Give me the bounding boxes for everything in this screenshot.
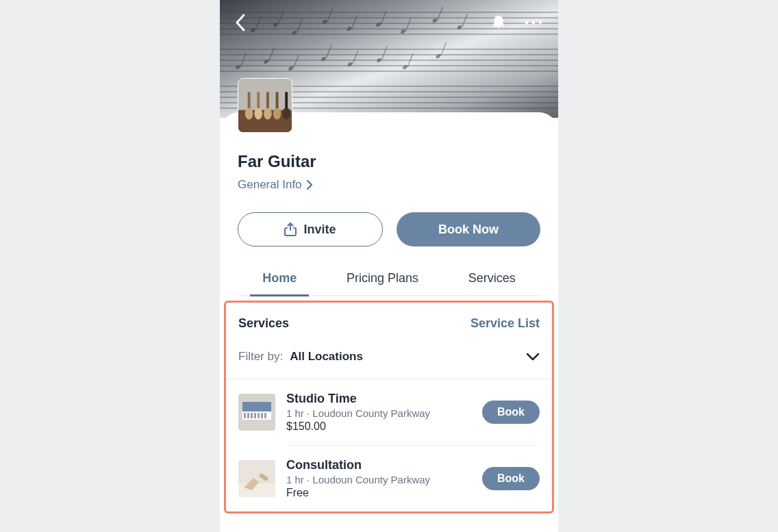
share-icon bbox=[284, 223, 297, 236]
svg-point-61 bbox=[273, 107, 281, 120]
svg-point-52 bbox=[539, 21, 542, 25]
app-screen: Far Guitar General Info Invite Bo bbox=[220, 0, 558, 532]
svg-point-59 bbox=[264, 107, 272, 120]
bell-icon bbox=[491, 14, 506, 31]
business-title: Far Guitar bbox=[238, 152, 540, 171]
chevron-left-icon bbox=[235, 14, 246, 31]
book-now-button[interactable]: Book Now bbox=[397, 212, 540, 246]
service-thumbnail bbox=[238, 394, 275, 431]
tab-services[interactable]: Services bbox=[456, 271, 528, 295]
more-button[interactable] bbox=[524, 20, 543, 25]
services-highlight-box: Services Service List Filter by: All Loc… bbox=[224, 301, 554, 514]
svg-rect-69 bbox=[244, 413, 246, 418]
tab-pricing-plans[interactable]: Pricing Plans bbox=[334, 271, 431, 295]
svg-rect-74 bbox=[261, 413, 263, 418]
service-meta: 1 hr · Loudoun County Parkway bbox=[286, 407, 471, 419]
svg-rect-58 bbox=[257, 92, 260, 108]
svg-point-57 bbox=[254, 107, 262, 120]
service-item: Consultation 1 hr · Loudoun County Parkw… bbox=[226, 446, 552, 511]
filter-label: Filter by: bbox=[238, 350, 283, 364]
svg-rect-68 bbox=[242, 411, 271, 420]
svg-rect-75 bbox=[264, 413, 266, 418]
service-title: Studio Time bbox=[286, 392, 471, 406]
svg-rect-56 bbox=[248, 92, 251, 108]
invite-button[interactable]: Invite bbox=[238, 212, 383, 246]
service-title: Consultation bbox=[286, 458, 471, 472]
svg-rect-60 bbox=[266, 92, 269, 108]
service-thumbnail bbox=[238, 460, 275, 497]
svg-point-50 bbox=[525, 21, 529, 25]
tab-home-label: Home bbox=[262, 271, 297, 285]
svg-rect-73 bbox=[258, 413, 260, 418]
svg-point-55 bbox=[245, 107, 253, 120]
general-info-link[interactable]: General Info bbox=[238, 178, 540, 192]
tabs: Home Pricing Plans Services bbox=[238, 271, 540, 296]
service-meta: 1 hr · Loudoun County Parkway bbox=[286, 474, 471, 485]
back-button[interactable] bbox=[235, 14, 246, 31]
service-list-link[interactable]: Service List bbox=[470, 316, 540, 331]
svg-rect-77 bbox=[238, 483, 275, 497]
tab-pricing-label: Pricing Plans bbox=[347, 271, 418, 285]
svg-rect-71 bbox=[251, 413, 253, 418]
svg-rect-72 bbox=[254, 413, 256, 418]
book-button[interactable]: Book bbox=[482, 467, 540, 490]
book-button[interactable]: Book bbox=[482, 401, 540, 424]
service-price: Free bbox=[286, 487, 471, 499]
filter-value: All Locations bbox=[290, 350, 363, 364]
tab-home[interactable]: Home bbox=[250, 271, 309, 295]
svg-rect-64 bbox=[285, 92, 288, 108]
chevron-down-icon bbox=[526, 353, 540, 361]
tab-services-label: Services bbox=[468, 271, 516, 285]
service-price: $150.00 bbox=[286, 420, 471, 433]
more-horizontal-icon bbox=[524, 20, 543, 25]
business-card: Far Guitar General Info Invite Bo bbox=[220, 112, 558, 514]
business-avatar bbox=[238, 78, 292, 133]
svg-rect-53 bbox=[238, 79, 292, 110]
svg-point-63 bbox=[282, 107, 290, 120]
guitars-thumbnail bbox=[238, 79, 292, 132]
book-now-label: Book Now bbox=[438, 223, 499, 237]
invite-label: Invite bbox=[303, 223, 336, 237]
service-item: Studio Time 1 hr · Loudoun County Parkwa… bbox=[226, 379, 552, 445]
filter-row[interactable]: Filter by: All Locations bbox=[226, 335, 552, 379]
services-heading: Services bbox=[238, 316, 289, 331]
chevron-right-icon bbox=[306, 179, 313, 190]
notification-button[interactable] bbox=[491, 14, 506, 31]
svg-rect-70 bbox=[247, 413, 249, 418]
svg-rect-62 bbox=[276, 92, 279, 108]
general-info-label: General Info bbox=[238, 178, 302, 192]
svg-point-51 bbox=[532, 21, 536, 25]
